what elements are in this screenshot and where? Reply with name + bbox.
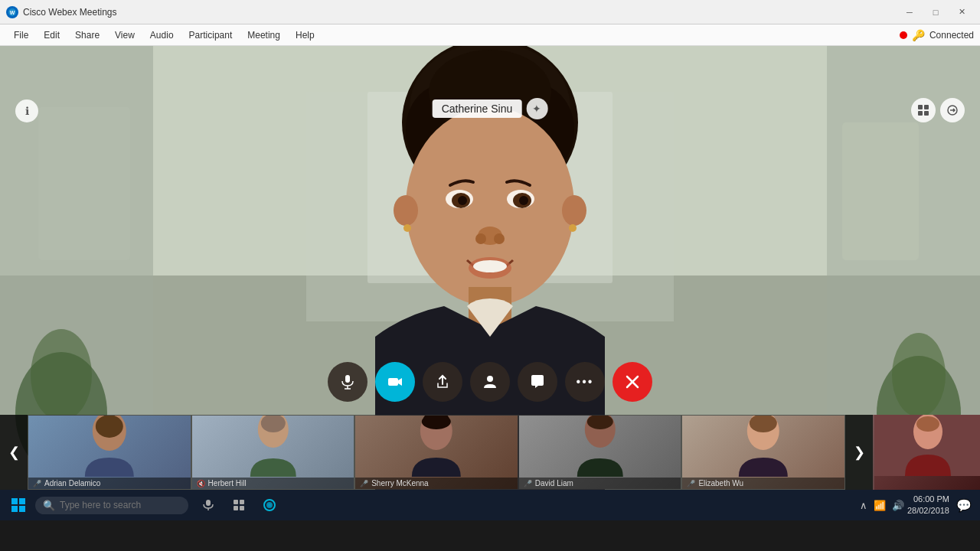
meeting-controls: ••• (328, 362, 652, 402)
clock-date: 28/02/2018 (907, 505, 949, 517)
mic-on-icon-1: 🎤 (33, 480, 41, 487)
search-bar[interactable]: 🔍 (35, 497, 188, 514)
participant-name-bar-5: 🎤 Elizabeth Wu (682, 478, 844, 489)
participant-thumb-3[interactable]: 🎤 Sherry McKenna (354, 415, 518, 490)
svg-rect-64 (11, 506, 18, 512)
taskbar-windows-icon[interactable] (225, 491, 253, 519)
clock-time: 06:00 PM (907, 494, 949, 505)
menu-participant[interactable]: Participant (181, 27, 240, 44)
participant-name-bar-2: 🔇 Herbert Hill (192, 478, 354, 489)
menu-meeting[interactable]: Meeting (240, 27, 288, 44)
info-icon: ℹ (25, 105, 29, 117)
taskbar-mic-icon[interactable] (194, 491, 222, 519)
start-button[interactable] (5, 491, 32, 519)
svg-point-9 (31, 329, 92, 421)
menu-file[interactable]: File (6, 27, 36, 44)
main-video: ℹ Catherine Sinu ✦ (0, 46, 980, 490)
next-participant-button[interactable]: ❯ (845, 415, 873, 490)
clock[interactable]: 06:00 PM 28/02/2018 (907, 494, 949, 517)
participant-thumb-5[interactable]: 🎤 Elizabeth Wu (681, 415, 845, 490)
taskbar-icons (194, 491, 283, 519)
tray-expand-icon[interactable]: ∧ (860, 500, 867, 511)
svg-point-29 (519, 196, 528, 205)
svg-point-22 (394, 195, 418, 226)
participant-name-3: Sherry McKenna (371, 479, 428, 487)
video-button[interactable] (375, 362, 415, 402)
svg-point-46 (487, 376, 493, 382)
taskbar: 🔍 (0, 490, 980, 520)
minimize-button[interactable]: ─ (897, 4, 922, 21)
svg-rect-65 (19, 506, 25, 512)
svg-rect-70 (234, 506, 238, 510)
taskbar-cortana-icon[interactable] (256, 491, 283, 519)
participant-name-bar-4: 🎤 David Liam (519, 478, 681, 489)
participant-name-4: David Liam (535, 479, 573, 487)
status-label: Connected (929, 30, 974, 41)
participant-name-2: Herbert Hill (208, 479, 247, 487)
svg-point-34 (473, 260, 507, 272)
participants-list: 🎤 Adrian Delamico 🔇 Herbert Hill (28, 415, 845, 490)
participant-thumb-1[interactable]: 🎤 Adrian Delamico (28, 415, 191, 490)
pin-speaker-button[interactable]: ✦ (526, 98, 547, 119)
svg-rect-39 (918, 111, 923, 116)
pin-icon: ✦ (532, 103, 541, 115)
svg-rect-71 (240, 506, 244, 510)
tray-icons: ∧ 📶 🔊 (860, 500, 904, 511)
menu-share[interactable]: Share (67, 27, 107, 44)
svg-point-31 (475, 233, 486, 244)
svg-point-11 (892, 333, 946, 417)
svg-point-32 (494, 233, 505, 244)
statusbar: 🔑 Connected (900, 29, 974, 41)
svg-point-35 (403, 224, 411, 232)
svg-point-50 (96, 416, 123, 438)
info-button[interactable]: ℹ (15, 99, 38, 122)
window-controls: ─ □ ✕ (897, 4, 974, 21)
participants-button[interactable] (470, 362, 510, 402)
svg-rect-42 (345, 375, 350, 383)
svg-point-23 (562, 195, 586, 226)
mic-on-icon-5: 🎤 (687, 480, 695, 487)
top-right-controls (911, 98, 965, 122)
mute-button[interactable] (328, 362, 368, 402)
participant-thumb-2[interactable]: 🔇 Herbert Hill (191, 415, 355, 490)
svg-rect-69 (240, 500, 244, 504)
menu-view[interactable]: View (107, 27, 142, 44)
svg-rect-45 (388, 378, 398, 386)
notification-button[interactable]: 💬 (952, 491, 975, 519)
close-button[interactable]: ✕ (949, 4, 974, 21)
more-button[interactable]: ••• (565, 362, 605, 402)
svg-rect-66 (206, 500, 211, 506)
tray-volume-icon[interactable]: 🔊 (892, 500, 904, 511)
mic-on-icon-3: 🎤 (360, 480, 368, 487)
status-lock-icon: 🔑 (912, 29, 925, 41)
self-view (873, 415, 980, 490)
system-tray: ∧ 📶 🔊 06:00 PM 28/02/2018 💬 (860, 491, 975, 519)
maximize-button[interactable]: □ (923, 4, 948, 21)
svg-rect-40 (924, 111, 929, 116)
svg-text:W: W (10, 10, 15, 15)
end-call-button[interactable] (612, 362, 652, 402)
participant-name-1: Adrian Delamico (44, 479, 100, 487)
share-button[interactable] (423, 362, 462, 402)
menu-edit[interactable]: Edit (36, 27, 67, 44)
svg-point-28 (458, 196, 467, 205)
participant-name-bar-1: 🎤 Adrian Delamico (28, 478, 191, 489)
titlebar: W Cisco Webex Meetings ─ □ ✕ (0, 0, 980, 24)
svg-rect-7 (842, 122, 919, 260)
mic-muted-icon-2: 🔇 (197, 480, 205, 487)
svg-rect-38 (924, 105, 929, 109)
svg-point-36 (569, 224, 577, 232)
search-input[interactable] (60, 500, 167, 510)
svg-rect-62 (11, 498, 18, 504)
participant-thumb-4[interactable]: 🎤 David Liam (518, 415, 682, 490)
speaker-name-label: Catherine Sinu (433, 99, 522, 118)
menu-help[interactable]: Help (288, 27, 322, 44)
menu-audio[interactable]: Audio (142, 27, 181, 44)
search-icon: 🔍 (43, 500, 55, 511)
prev-participant-button[interactable]: ❮ (0, 415, 28, 490)
layout-button[interactable] (911, 98, 936, 122)
chat-button[interactable] (518, 362, 557, 402)
swap-button[interactable] (940, 98, 965, 122)
app-title: Cisco Webex Meetings (23, 7, 897, 18)
tray-network-icon[interactable]: 📶 (874, 500, 886, 511)
